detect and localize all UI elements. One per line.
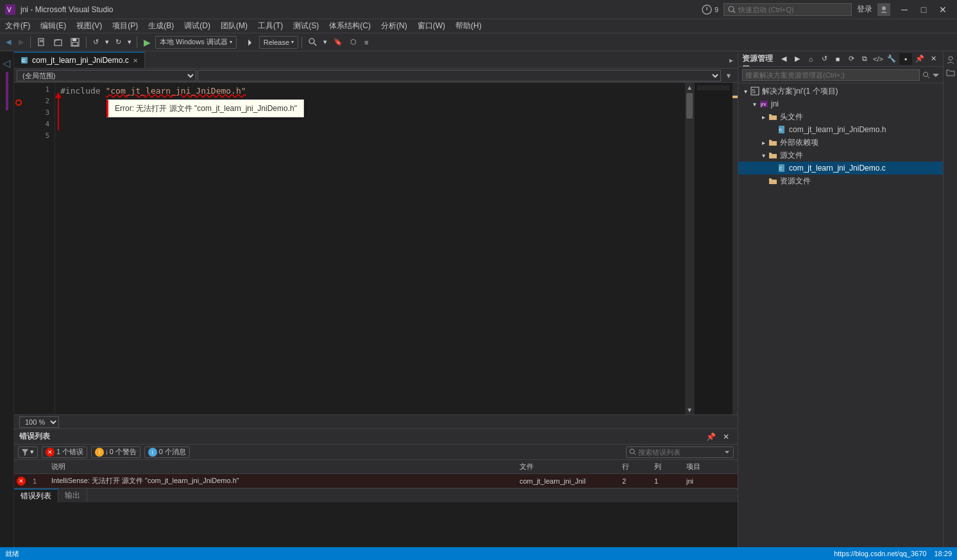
toolbar-find[interactable] [305, 35, 320, 49]
right-indicator-bar [733, 83, 738, 414]
profile-icon[interactable] [877, 3, 890, 16]
sidebar-stop-btn[interactable]: ■ [832, 53, 843, 65]
sidebar-prop-btn[interactable]: 🔧 [886, 53, 897, 65]
toolbar-redo[interactable]: ↻ [112, 35, 124, 49]
error-filter-dropdown[interactable]: ▾ [18, 446, 38, 458]
menu-file[interactable]: 文件(F) [0, 19, 35, 33]
search-dropdown-icon[interactable] [724, 448, 731, 455]
close-button[interactable]: ✕ [934, 3, 952, 16]
menu-project[interactable]: 项目(P) [107, 19, 143, 33]
menu-tools[interactable]: 工具(T) [253, 19, 288, 33]
menu-edit[interactable]: 编辑(E) [35, 19, 71, 33]
sidebar-search-input[interactable] [742, 69, 920, 81]
toolbar-find-dropdown[interactable]: ▾ [321, 35, 329, 49]
panel-tab-errors[interactable]: 错误列表 [14, 489, 58, 502]
scope-expand[interactable]: ▼ [722, 70, 735, 81]
menu-window[interactable]: 窗口(W) [412, 19, 450, 33]
menu-architecture[interactable]: 体系结构(C) [324, 19, 376, 33]
error-row-file: com_jt_learn_jni_JniI [517, 477, 620, 485]
scope-dropdown-2[interactable] [198, 70, 721, 81]
quick-launch-box[interactable] [724, 3, 852, 16]
sidebar-pin-btn[interactable]: 📌 [914, 53, 926, 65]
title-text: jni - Microsoft Visual Studio [21, 5, 114, 14]
toolbar-more[interactable]: ≡ [361, 35, 371, 49]
editor-tab-active[interactable]: C com_jt_learn_jni_JniDemo.c ✕ [14, 52, 145, 68]
menu-build[interactable]: 生成(B) [143, 19, 179, 33]
toolbar-play-button[interactable]: ▶ [140, 35, 154, 49]
toolbar-undo-dropdown[interactable]: ▾ [103, 35, 111, 49]
menu-test[interactable]: 测试(S) [288, 19, 324, 33]
error-row[interactable]: ✕ 1 IntelliSense: 无法打开 源文件 "com_jt_learn… [14, 474, 738, 488]
error-search-box[interactable] [626, 446, 734, 458]
error-count-btn[interactable]: ✕ 1 个错误 [42, 446, 87, 458]
tree-item-sources[interactable]: ▾ 源文件 [738, 149, 943, 162]
tree-item-external-deps[interactable]: ▸ 外部依赖项 [738, 136, 943, 149]
toolbar-save-all[interactable] [67, 35, 83, 49]
debug-target-label: 本地 Windows 调试器 [160, 37, 228, 47]
sidebar-forward-btn[interactable]: ▶ [792, 53, 803, 65]
panel-close-button[interactable]: ✕ [720, 431, 733, 443]
code-content[interactable]: #include "com_jt_learn_jni_JniDemo.h" Er… [55, 83, 685, 414]
debug-target-dropdown[interactable]: 本地 Windows 调试器 ▾ [155, 36, 237, 49]
scroll-up-btn[interactable]: ▴ [685, 83, 694, 92]
minimize-button[interactable]: ─ [895, 3, 913, 16]
sidebar-refresh-btn[interactable]: ↺ [818, 53, 830, 65]
quick-launch-input[interactable] [738, 6, 841, 13]
toolbar-forward[interactable]: ▶ [15, 35, 27, 49]
tree-item-c-file[interactable]: C com_jt_learn_jni_JniDemo.c [738, 162, 943, 174]
toolbar-bookmark[interactable]: 🔖 [330, 35, 346, 49]
right-edge-folder-btn[interactable] [945, 67, 956, 78]
info-count-btn[interactable]: i 0 个消息 [144, 446, 190, 458]
right-edge-person-btn[interactable] [945, 54, 956, 65]
configuration-dropdown[interactable]: Release ▾ [259, 36, 298, 49]
menu-view[interactable]: 视图(V) [71, 19, 107, 33]
sidebar-code-btn[interactable]: </> [872, 53, 884, 65]
warning-count-btn[interactable]: ! i 0 个警告 [91, 446, 140, 458]
toolbar-new[interactable] [34, 35, 49, 49]
preprocessor-keyword: #include [60, 85, 101, 97]
zoom-select[interactable]: 100 % [19, 416, 59, 428]
menu-debug[interactable]: 调试(D) [179, 19, 216, 33]
scope-dropdown-1[interactable]: (全局范围) [17, 70, 196, 81]
sidebar-sync-btn[interactable]: ⟳ [845, 53, 857, 65]
scroll-thumb[interactable] [686, 93, 693, 119]
sidebar-search-options-icon[interactable] [933, 72, 939, 78]
sign-in-link[interactable]: 登录 [857, 4, 872, 15]
tree-item-jni[interactable]: ▾ jni jni [738, 98, 943, 110]
sidebar-close-btn[interactable]: ✕ [927, 53, 939, 65]
menu-help[interactable]: 帮助(H) [450, 19, 487, 33]
panel-pin-button[interactable]: 📌 [704, 431, 717, 443]
sidebar-search-icon [922, 71, 930, 79]
tree-item-header-file[interactable]: h com_jt_learn_jni_JniDemo.h [738, 123, 943, 136]
external-deps-label: 外部依赖项 [780, 137, 818, 148]
toolbar-back[interactable]: ◀ [3, 35, 14, 49]
panel-tab-output[interactable]: 输出 [58, 489, 87, 502]
tree-item-resources[interactable]: 资源文件 [738, 174, 943, 187]
toolbar-open[interactable] [51, 35, 66, 49]
status-url: https://blog.csdn.net/qq_3670 [834, 550, 926, 557]
sidebar-home-btn[interactable]: ⌂ [805, 53, 817, 65]
error-search-input[interactable] [638, 448, 722, 456]
zoom-bar: 100 % [14, 414, 738, 428]
tab-scroll-right[interactable]: ▸ [725, 52, 738, 68]
toolbar-bookmark2[interactable]: ⬡ [347, 35, 360, 49]
menu-team[interactable]: 团队(M) [216, 19, 253, 33]
toolbar-redo-dropdown[interactable]: ▾ [126, 35, 133, 49]
tree-item-headers[interactable]: ▸ 头文件 [738, 110, 943, 123]
menu-analyze[interactable]: 分析(N) [376, 19, 412, 33]
sidebar-collapse-btn[interactable]: ▪ [899, 53, 912, 65]
toolbar-step-into[interactable]: ⏵ [243, 35, 258, 49]
solution-explorer: 解决方案资源管理器 ◀ ▶ ⌂ ↺ ■ ⟳ ⧉ </> 🔧 ▪ 📌 ✕ ▾ [738, 51, 943, 547]
svg-marker-26 [933, 74, 939, 77]
sidebar-back-btn[interactable]: ◀ [778, 53, 790, 65]
vertical-scrollbar[interactable]: ▴ ▾ [685, 83, 694, 414]
sidebar-copy-btn[interactable]: ⧉ [859, 53, 870, 65]
tree-item-solution[interactable]: ▾ S 解决方案'jni'(1 个项目) [738, 85, 943, 98]
scroll-down-btn[interactable]: ▾ [685, 405, 694, 414]
resources-folder-icon [768, 176, 778, 186]
tab-close-button[interactable]: ✕ [133, 57, 138, 64]
notification-icon[interactable] [702, 4, 712, 15]
maximize-button[interactable]: □ [915, 3, 933, 16]
toolbar-undo[interactable]: ↺ [90, 35, 102, 49]
solution-label: 解决方案'jni'(1 个项目) [762, 86, 838, 97]
